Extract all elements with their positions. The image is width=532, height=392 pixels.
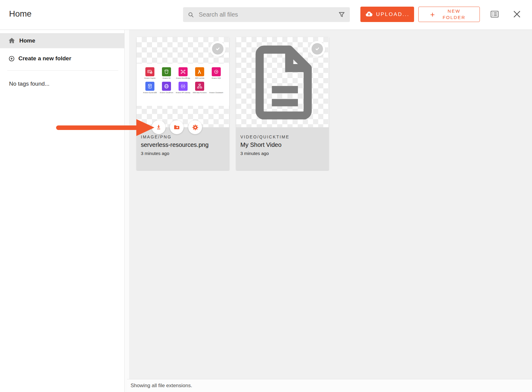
- file-card-my-short-video[interactable]: VIDEO/QUICKTIME My Short Video 3 minutes…: [236, 37, 329, 170]
- aws-service-label: Amazon S3: [163, 77, 170, 79]
- s3-icon: [162, 67, 171, 76]
- search-icon: [187, 11, 195, 18]
- file-modified: 3 minutes ago: [240, 151, 325, 156]
- tags-empty-text: No tags found...: [9, 81, 49, 87]
- aws-service-cloudfront: Amazon CloudFront: [159, 82, 174, 93]
- new-folder-button-label: NEW FOLDER: [440, 8, 468, 21]
- checkmark-icon: [312, 43, 323, 55]
- status-text: Showing all file extensions.: [131, 383, 192, 389]
- search-input[interactable]: [198, 11, 338, 18]
- apigateway-icon: [179, 82, 188, 91]
- sidebar-item-home-label: Home: [19, 37, 35, 44]
- aws-service-label: AWS Step Functions: [193, 92, 207, 93]
- aws-service-label: Amazon EventBridge: [176, 77, 190, 79]
- file-type: VIDEO/QUICKTIME: [240, 134, 325, 139]
- close-button[interactable]: [512, 9, 522, 20]
- plus-circle-icon: [8, 55, 15, 62]
- aws-service-label: Amazon Cloudwatch: [209, 92, 223, 93]
- sidebar-item-home[interactable]: Home: [0, 33, 124, 48]
- sqs-icon: [212, 67, 221, 76]
- document-placeholder-icon: [251, 45, 314, 119]
- aws-icons-grid: Amazon CognitoAmazon S3Amazon EventBridg…: [142, 67, 224, 93]
- aws-service-eventbridge: Amazon EventBridge: [175, 67, 191, 79]
- sidebar-gutter: [125, 30, 129, 392]
- file-card-serverless-resources[interactable]: Amazon CognitoAmazon S3Amazon EventBridg…: [137, 37, 229, 170]
- upload-button-label: UPLOAD...: [376, 11, 410, 17]
- aws-service-label: Amazon SQS: [212, 77, 221, 79]
- search-bar[interactable]: [183, 7, 350, 22]
- sidebar-divider: [7, 70, 118, 71]
- aws-service-label: Amazon DynamoDB: [143, 92, 157, 93]
- list-view-icon: [490, 9, 499, 19]
- checkmark-icon: [212, 43, 223, 55]
- aws-service-label: Amazon Cognito: [144, 77, 156, 79]
- aws-service-dynamodb: Amazon DynamoDB: [142, 82, 158, 93]
- gear-icon: [192, 124, 199, 131]
- list-view-toggle-button[interactable]: [489, 9, 500, 20]
- select-checkmark[interactable]: [210, 41, 226, 57]
- top-bar: Home UPLOAD... + NEW FOLDER: [0, 0, 532, 30]
- cognito-icon: [145, 67, 154, 76]
- stepfunctions-icon: [195, 82, 204, 91]
- close-icon: [512, 9, 522, 19]
- settings-button[interactable]: [188, 120, 202, 134]
- aws-icons-row: Amazon CognitoAmazon S3Amazon EventBridg…: [142, 67, 224, 79]
- file-name: serverless-resources.png: [141, 141, 225, 148]
- aws-service-cognito: Amazon Cognito: [142, 67, 158, 79]
- cloudfront-icon: [162, 82, 171, 91]
- aws-service-label: AWS Lambda: [195, 77, 204, 79]
- aws-service-label: Amazon API Gateway: [176, 92, 191, 93]
- aws-service-sqs: Amazon SQS: [208, 67, 224, 79]
- aws-service-apigateway: Amazon API Gateway: [175, 82, 191, 93]
- file-meta: VIDEO/QUICKTIME My Short Video 3 minutes…: [236, 127, 329, 170]
- sidebar: Home Create a new folder No tags found..…: [0, 30, 125, 392]
- aws-icons-band: Amazon CognitoAmazon S3Amazon EventBridg…: [137, 64, 229, 106]
- file-grid: Amazon CognitoAmazon S3Amazon EventBridg…: [129, 30, 532, 392]
- download-button[interactable]: [152, 120, 166, 134]
- new-folder-button[interactable]: + NEW FOLDER: [418, 7, 480, 22]
- select-checkmark[interactable]: [309, 41, 325, 57]
- upload-button[interactable]: UPLOAD...: [360, 7, 414, 22]
- home-icon: [8, 37, 16, 45]
- aws-service-label: Amazon CloudFront: [160, 92, 173, 93]
- lambda-icon: [195, 67, 204, 76]
- file-modified: 3 minutes ago: [141, 151, 225, 156]
- sidebar-item-create-folder[interactable]: Create a new folder: [0, 52, 124, 65]
- aws-service-lambda: AWS Lambda: [192, 67, 207, 79]
- page-title: Home: [9, 9, 32, 19]
- file-type: IMAGE/PNG: [141, 134, 225, 139]
- move-to-folder-button[interactable]: [170, 120, 184, 134]
- status-bar: Showing all file extensions.: [127, 379, 532, 392]
- none-icon: [212, 82, 221, 91]
- aws-service-stepfunctions: AWS Step Functions: [192, 82, 207, 93]
- download-icon: [155, 124, 162, 131]
- eventbridge-icon: [179, 67, 188, 76]
- cloud-upload-icon: [365, 10, 373, 18]
- folder-move-icon: [173, 124, 180, 131]
- aws-icons-row: Amazon DynamoDBAmazon CloudFrontAmazon A…: [142, 82, 224, 93]
- file-actions: [137, 120, 229, 134]
- aws-service-none: Amazon Cloudwatch: [208, 82, 224, 93]
- plus-icon: +: [430, 11, 435, 18]
- sidebar-item-create-folder-label: Create a new folder: [18, 55, 71, 62]
- dynamodb-icon: [145, 82, 154, 91]
- aws-service-s3: Amazon S3: [159, 67, 174, 79]
- filter-icon[interactable]: [338, 11, 346, 19]
- file-name: My Short Video: [240, 141, 325, 148]
